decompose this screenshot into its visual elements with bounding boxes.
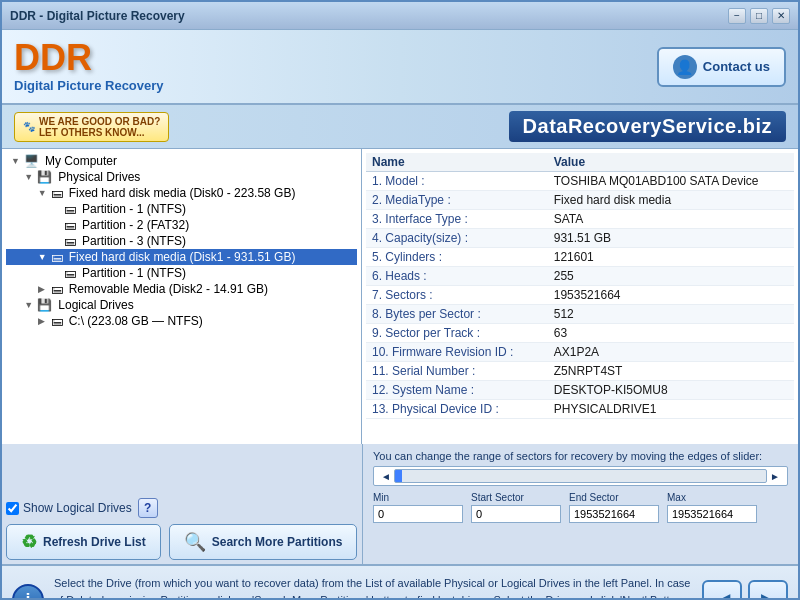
prev-button[interactable]: ◀	[702, 580, 742, 600]
show-logical-label[interactable]: Show Logical Drives	[6, 501, 132, 515]
slider-left-arrow[interactable]: ◄	[378, 471, 394, 482]
show-logical-checkbox[interactable]	[6, 502, 19, 515]
tree-expand-icon: ▼	[38, 252, 48, 262]
minimize-button[interactable]: −	[728, 8, 746, 24]
refresh-drive-button[interactable]: ♻ Refresh Drive List	[6, 524, 161, 560]
tree-item[interactable]: ▼ 🖥️ My Computer	[6, 153, 357, 169]
tree-item-label: Fixed hard disk media (Disk1 - 931.51 GB…	[69, 250, 296, 264]
tree-item[interactable]: ▼ 💾 Physical Drives	[6, 169, 357, 185]
tree-item[interactable]: ▼ 💾 Logical Drives	[6, 297, 357, 313]
tree-expand-icon: ▼	[11, 156, 21, 166]
search-partitions-button[interactable]: 🔍 Search More Partitions	[169, 524, 358, 560]
properties-table: Name Value 1. Model : TOSHIBA MQ01ABD100…	[366, 153, 794, 419]
tree-indent	[8, 314, 35, 328]
col-name-header: Name	[366, 153, 548, 172]
prop-value-cell: AX1P2A	[548, 343, 794, 362]
tree-indent	[8, 186, 35, 200]
prop-value-cell: 255	[548, 267, 794, 286]
min-field-group: Min	[373, 492, 463, 523]
tree-expand-icon: ▼	[38, 188, 48, 198]
logo-subtitle: Digital Picture Recovery	[14, 78, 164, 93]
tree-indent	[8, 234, 48, 248]
tree-indent	[8, 218, 48, 232]
min-input[interactable]	[373, 505, 463, 523]
tree-item-label: Removable Media (Disk2 - 14.91 GB)	[69, 282, 268, 296]
prop-name-cell: 4. Capacity(size) :	[366, 229, 548, 248]
table-row: 8. Bytes per Sector : 512	[366, 305, 794, 324]
max-label: Max	[667, 492, 757, 503]
tree-item[interactable]: 🖴 Partition - 3 (NTFS)	[6, 233, 357, 249]
tree-indent	[8, 266, 48, 280]
logo-area: DDR Digital Picture Recovery	[14, 40, 164, 93]
prop-value-cell: 1953521664	[548, 286, 794, 305]
tree-indent	[8, 298, 21, 312]
maximize-button[interactable]: □	[750, 8, 768, 24]
slider-right-arrow[interactable]: ►	[767, 471, 783, 482]
table-row: 3. Interface Type : SATA	[366, 210, 794, 229]
tree-indent	[8, 250, 35, 264]
table-row: 10. Firmware Revision ID : AX1P2A	[366, 343, 794, 362]
table-row: 11. Serial Number : Z5NRPT4ST	[366, 362, 794, 381]
tree-item-label: Partition - 3 (NTFS)	[82, 234, 186, 248]
title-bar: DDR - Digital Picture Recovery − □ ✕	[2, 2, 798, 30]
nav-buttons: ◀ ▶	[702, 580, 788, 600]
end-sector-input[interactable]	[569, 505, 659, 523]
next-button[interactable]: ▶	[748, 580, 788, 600]
tree-item[interactable]: ▶ 🖴 C:\ (223.08 GB — NTFS)	[6, 313, 357, 329]
tree-item[interactable]: 🖴 Partition - 1 (NTFS)	[6, 265, 357, 281]
prop-name-cell: 5. Cylinders :	[366, 248, 548, 267]
tree-item[interactable]: 🖴 Partition - 1 (NTFS)	[6, 201, 357, 217]
tree-item-label: Partition - 1 (NTFS)	[82, 202, 186, 216]
info-icon: i	[12, 584, 44, 600]
tree-item[interactable]: ▶ 🖴 Removable Media (Disk2 - 14.91 GB)	[6, 281, 357, 297]
start-sector-label: Start Sector	[471, 492, 561, 503]
tree-item[interactable]: 🖴 Partition - 2 (FAT32)	[6, 217, 357, 233]
tree-node-icon: 💾	[37, 170, 52, 184]
prop-name-cell: 11. Serial Number :	[366, 362, 548, 381]
max-field-group: Max	[667, 492, 757, 523]
prop-name-cell: 2. MediaType :	[366, 191, 548, 210]
table-row: 9. Sector per Track : 63	[366, 324, 794, 343]
badge-icon: 🐾	[23, 121, 35, 132]
prop-value-cell: DESKTOP-KI5OMU8	[548, 381, 794, 400]
prop-value-cell: TOSHIBA MQ01ABD100 SATA Device	[548, 172, 794, 191]
max-input[interactable]	[667, 505, 757, 523]
tree-expand-icon: ▶	[38, 316, 48, 326]
start-sector-input[interactable]	[471, 505, 561, 523]
prop-name-cell: 8. Bytes per Sector :	[366, 305, 548, 324]
action-buttons: ♻ Refresh Drive List 🔍 Search More Parti…	[6, 524, 358, 560]
tree-item[interactable]: ▼ 🖴 Fixed hard disk media (Disk0 - 223.5…	[6, 185, 357, 201]
prop-value-cell: 63	[548, 324, 794, 343]
contact-icon: 👤	[673, 55, 697, 79]
properties-panel: Name Value 1. Model : TOSHIBA MQ01ABD100…	[362, 149, 798, 444]
slider-track[interactable]	[394, 469, 767, 483]
prop-value-cell: Fixed hard disk media	[548, 191, 794, 210]
tree-item-label: Partition - 1 (NTFS)	[82, 266, 186, 280]
title-text: DDR - Digital Picture Recovery	[10, 9, 185, 23]
drive-tree-panel: ▼ 🖥️ My Computer ▼ 💾 Physical Drives ▼ 🖴…	[2, 149, 362, 444]
sector-slider-container[interactable]: ◄ ►	[373, 466, 788, 486]
prop-value-cell: Z5NRPT4ST	[548, 362, 794, 381]
tree-node-icon: 🖴	[51, 250, 63, 264]
we-are-badge[interactable]: 🐾 WE ARE GOOD OR BAD? LET OTHERS KNOW...	[14, 112, 169, 142]
sector-fields: Min Start Sector End Sector Max	[373, 492, 788, 523]
close-button[interactable]: ✕	[772, 8, 790, 24]
tree-item[interactable]: ▼ 🖴 Fixed hard disk media (Disk1 - 931.5…	[6, 249, 357, 265]
prop-name-cell: 9. Sector per Track :	[366, 324, 548, 343]
brand-name: DataRecoveryService.biz	[509, 111, 786, 142]
table-row: 5. Cylinders : 121601	[366, 248, 794, 267]
prop-name-cell: 13. Physical Device ID :	[366, 400, 548, 419]
contact-button[interactable]: 👤 Contact us	[657, 47, 786, 87]
min-label: Min	[373, 492, 463, 503]
end-sector-label: End Sector	[569, 492, 659, 503]
drive-tree[interactable]: ▼ 🖥️ My Computer ▼ 💾 Physical Drives ▼ 🖴…	[2, 149, 361, 444]
header: DDR Digital Picture Recovery 👤 Contact u…	[2, 30, 798, 105]
prop-value-cell: 931.51 GB	[548, 229, 794, 248]
tree-node-icon: 🖥️	[24, 154, 39, 168]
tree-node-icon: 🖴	[51, 314, 63, 328]
tree-item-label: Partition - 2 (FAT32)	[82, 218, 189, 232]
help-button[interactable]: ?	[138, 498, 158, 518]
tree-item-label: Fixed hard disk media (Disk0 - 223.58 GB…	[69, 186, 296, 200]
prop-value-cell: PHYSICALDRIVE1	[548, 400, 794, 419]
tree-expand-icon: ▼	[24, 300, 34, 310]
